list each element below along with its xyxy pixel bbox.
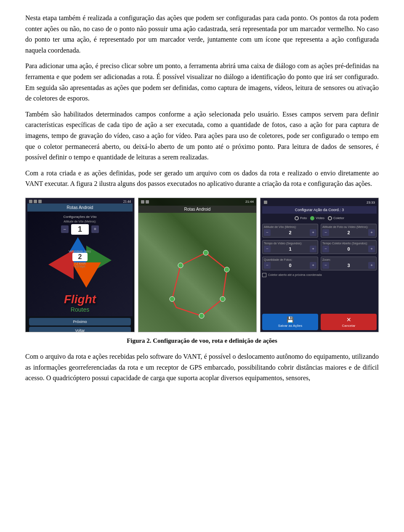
app-title-left-text: Rotas Android	[30, 205, 130, 210]
back-button[interactable]: Voltar	[29, 327, 131, 332]
config-statusbar: 23:33	[262, 200, 377, 205]
radio-foto[interactable]: Foto	[295, 216, 307, 220]
figure-panel-middle: 21:44 Rotas Android	[138, 198, 257, 332]
map-title-text: Rotas Android	[141, 207, 254, 212]
qtd-fotos-plus[interactable]: +	[310, 262, 316, 269]
svg-point-5	[199, 313, 204, 318]
config-screen: 23:33 Configurar Ação da Coord.: 3 Foto …	[260, 198, 378, 332]
save-button-label: Salvar as Ações	[278, 324, 302, 328]
figure-caption: Figura 2. Configuração de voo, rota e de…	[25, 337, 379, 344]
paragraph-4-text: Com a rota criada e as ações definidas, …	[25, 168, 379, 189]
altitude-voo-minus[interactable]: −	[264, 229, 271, 236]
zoom-plus[interactable]: +	[368, 262, 375, 269]
map-signal-icon	[141, 200, 144, 204]
map-route-svg	[138, 215, 256, 332]
paragraph-1-text: Nesta etapa também é realizada a configu…	[25, 13, 379, 56]
coletor-checkbox[interactable]	[262, 273, 266, 277]
field-tempo-video-label: Tempo do Vídeo (Segundos):	[264, 242, 316, 245]
routes-text: Routes	[64, 306, 96, 313]
paragraph-4: Com a rota criada e as ações definidas, …	[25, 168, 379, 189]
next-button[interactable]: Próximo	[29, 318, 131, 326]
map-screen: 21:44 Rotas Android	[138, 198, 256, 332]
field-altitude-voo: Altitude de Vôo (Metros): − 2 +	[262, 224, 318, 238]
altitude-label-left: Altitude de Vôo (Metros):	[36, 220, 125, 223]
tempo-coletor-val: 0	[347, 246, 350, 251]
speed-value-display: 2	[72, 253, 88, 261]
cancel-icon: ✕	[322, 316, 375, 323]
zoom-stepper: − 3 +	[322, 262, 375, 269]
page-container: Nesta etapa também é realizada a configu…	[0, 0, 404, 401]
altitude-foto-minus[interactable]: −	[322, 229, 329, 236]
speed-label-left: Velocidade (m/s):	[59, 250, 101, 253]
field-tempo-coletor-label: Tempo Coletor Aberto (Segundos):	[322, 242, 375, 245]
altitude-plus-btn[interactable]: +	[91, 225, 99, 233]
altitude-foto-plus[interactable]: +	[368, 229, 375, 236]
svg-point-4	[220, 296, 225, 302]
save-icon: 💾	[264, 316, 316, 323]
radio-video[interactable]: Vídeo	[310, 216, 324, 220]
figure-panel-left: 21:44 Rotas Android Configurações de Vôo…	[25, 198, 135, 332]
battery-icon	[38, 200, 42, 203]
svg-point-2	[203, 250, 208, 255]
config-voo-title: Configurações de Vôo	[36, 215, 125, 219]
app-content-area-left: Configurações de Vôo Altitude de Vôo (Me…	[27, 212, 133, 316]
map-wifi-icon	[146, 200, 149, 204]
field-altitude-foto-label: Altitude de Foto ou Vídeo (Metros):	[322, 225, 375, 228]
radio-video-label: Vídeo	[316, 216, 324, 220]
field-altitude-foto: Altitude de Foto ou Vídeo (Metros): − 2 …	[321, 224, 377, 238]
paragraph-2-text: Para adicionar uma ação, é preciso clica…	[25, 61, 379, 103]
cancel-button[interactable]: ✕ Cancelar	[321, 314, 377, 330]
save-actions-button[interactable]: 💾 Salvar as Ações	[262, 314, 318, 330]
qtd-fotos-minus[interactable]: −	[264, 262, 271, 269]
app-statusbar-left: 21:44	[27, 200, 133, 204]
zoom-minus[interactable]: −	[322, 262, 329, 269]
altitude-minus-btn[interactable]: −	[61, 225, 69, 233]
radio-coletor[interactable]: Coletor	[328, 216, 344, 220]
speed-mph-display: 4,5 Mph	[59, 265, 101, 268]
flight-text: Flight	[64, 293, 96, 306]
map-title-bar: Rotas Android	[138, 206, 256, 213]
tempo-coletor-minus[interactable]: −	[322, 246, 329, 252]
altitude-foto-val: 2	[347, 230, 350, 235]
qtd-fotos-stepper: − 0 +	[264, 262, 316, 269]
altitude-foto-stepper: − 2 +	[322, 229, 375, 236]
svg-point-1	[178, 263, 183, 268]
altitude-stepper: − 1 +	[36, 224, 125, 235]
svg-point-3	[224, 267, 229, 272]
config-row-3: Quantidade de Fotos: − 0 + Zoom: − 3 +	[262, 257, 377, 270]
last-paragraph-text: Com o arquivo da rota e ações recebidas …	[25, 351, 379, 384]
altitude-voo-plus[interactable]: +	[310, 229, 316, 236]
tempo-video-minus[interactable]: −	[264, 246, 271, 252]
paragraph-3: Também são habilitados determinados camp…	[25, 109, 379, 163]
statusbar-time: 21:44	[123, 200, 131, 204]
paragraph-2: Para adicionar uma ação, é preciso clica…	[25, 61, 379, 103]
field-zoom-label: Zoom:	[322, 258, 375, 261]
cancel-button-label: Cancelar	[342, 324, 355, 328]
altitude-voo-stepper: − 2 +	[264, 229, 316, 236]
config-row-1: Altitude de Vôo (Metros): − 2 + Altitude…	[262, 224, 377, 238]
speed-section: Velocidade (m/s): 2 7,2 Km/h 4,5 Mph	[59, 250, 101, 268]
field-altitude-voo-label: Altitude de Vôo (Metros):	[264, 225, 316, 228]
qtd-fotos-val: 0	[289, 263, 291, 268]
tempo-video-plus[interactable]: +	[310, 246, 316, 252]
altitude-value-display: 1	[71, 224, 89, 235]
radio-foto-label: Foto	[300, 216, 307, 220]
map-background: 21:44 Rotas Android	[138, 198, 256, 332]
wifi-icon	[34, 200, 37, 203]
paragraph-1: Nesta etapa também é realizada a configu…	[25, 13, 379, 56]
config-statusbar-icons	[264, 201, 267, 204]
map-statusbar-icons	[141, 200, 149, 204]
field-tempo-video: Tempo do Vídeo (Segundos): − 1 +	[262, 240, 318, 254]
signal-icon	[29, 200, 32, 203]
radio-coletor-label: Coletor	[333, 216, 344, 220]
svg-point-0	[170, 296, 175, 302]
tempo-coletor-plus[interactable]: +	[368, 246, 375, 252]
config-row-2: Tempo do Vídeo (Segundos): − 1 + Tempo C…	[262, 240, 377, 254]
flight-routes-logo: Flight Routes	[64, 293, 96, 313]
config-section: Configurações de Vôo Altitude de Vôo (Me…	[36, 215, 125, 235]
radio-coletor-dot	[328, 216, 332, 220]
figure-panel-right: 23:33 Configurar Ação da Coord.: 3 Foto …	[260, 198, 379, 332]
app-screen-left: 21:44 Rotas Android Configurações de Vôo…	[26, 198, 134, 332]
bottom-nav-buttons: Próximo Voltar	[27, 316, 133, 332]
field-tempo-coletor: Tempo Coletor Aberto (Segundos): − 0 +	[321, 240, 377, 254]
